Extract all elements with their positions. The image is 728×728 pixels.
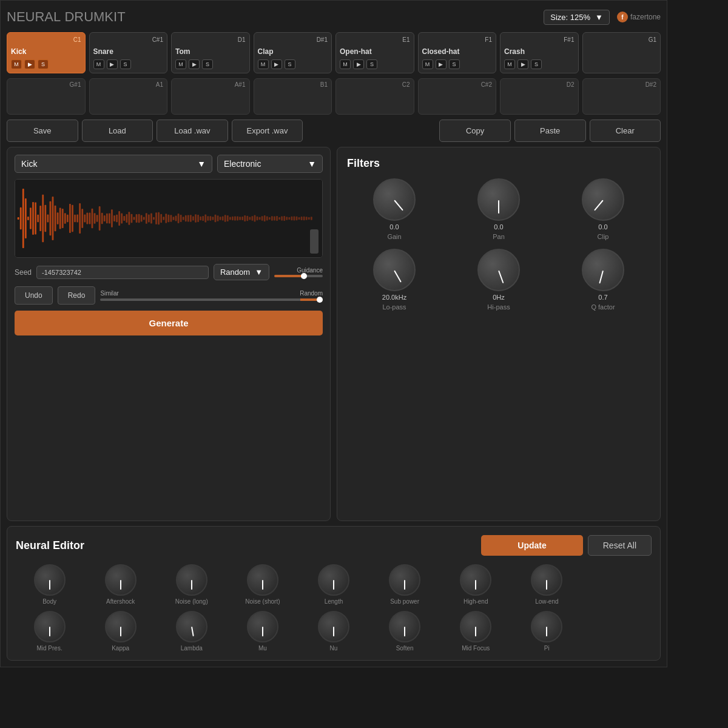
svg-rect-106 (276, 216, 278, 221)
pad-g1[interactable]: G1 (582, 32, 661, 73)
pad-mute-clap[interactable]: M (258, 59, 269, 69)
pad-c2[interactable]: C2 (335, 78, 414, 115)
clip-knob[interactable] (582, 178, 624, 221)
pad-snare[interactable]: C#1 Snare M ▶ S (89, 32, 168, 73)
pad-mute-snare[interactable]: M (93, 59, 104, 69)
pad-tom[interactable]: D1 Tom M ▶ S (171, 32, 250, 73)
pad-d2[interactable]: D2 (500, 78, 579, 115)
mode-dropdown[interactable]: Random ▼ (214, 264, 269, 280)
pad-note-cs2: C#2 (419, 79, 496, 88)
lambda-knob[interactable] (176, 611, 207, 642)
export-wav-button[interactable]: Export .wav (232, 120, 303, 142)
load-wav-button[interactable]: Load .wav (157, 120, 228, 142)
pad-clap[interactable]: D#1 Clap M ▶ S (254, 32, 332, 73)
update-button[interactable]: Update (481, 535, 582, 556)
copy-button[interactable]: Copy (439, 120, 511, 142)
app-title: NEURAL DRUMKIT (7, 9, 126, 25)
kappa-knob[interactable] (105, 611, 136, 642)
pad-play-closedhat[interactable]: ▶ (436, 59, 447, 69)
soften-knob[interactable] (389, 611, 420, 642)
pad-mute-tom[interactable]: M (175, 59, 186, 69)
pad-solo-snare[interactable]: S (120, 59, 131, 69)
pad-play-crash[interactable]: ▶ (517, 59, 528, 69)
pad-name-clap: Clap (258, 47, 328, 56)
load-button[interactable]: Load (82, 120, 153, 142)
high-end-knob[interactable] (460, 564, 491, 596)
svg-rect-86 (227, 215, 229, 221)
size-selector[interactable]: Size: 125% ▼ (544, 10, 610, 25)
pad-closedhat[interactable]: F1 Closed-hat M ▶ S (418, 32, 497, 73)
pad-solo-kick[interactable]: S (38, 59, 49, 69)
category-dropdown[interactable]: Electronic ▼ (217, 155, 323, 173)
gain-knob[interactable] (373, 178, 416, 221)
pad-crash[interactable]: F#1 Crash M ▶ S (500, 32, 579, 73)
clear-button[interactable]: Clear (590, 120, 661, 142)
noise-short-knob[interactable] (247, 564, 278, 596)
pad-openhat[interactable]: E1 Open-hat M ▶ S (335, 32, 414, 73)
hipass-knob[interactable] (477, 249, 520, 291)
left-panel: Kick ▼ Electronic ▼ Seed (7, 147, 331, 521)
pad-note-as1: A#1 (172, 79, 249, 88)
q-knob[interactable] (582, 249, 624, 291)
pad-b1[interactable]: B1 (254, 78, 332, 115)
pad-ds2[interactable]: D#2 (582, 78, 661, 115)
noise-long-knob[interactable] (176, 564, 207, 596)
knob-item-pi: Pi (513, 611, 581, 652)
body-knob[interactable] (34, 564, 66, 596)
pan-knob[interactable] (477, 178, 520, 221)
pad-mute-openhat[interactable]: M (340, 59, 351, 69)
pi-knob[interactable] (531, 611, 562, 642)
aftershock-knob[interactable] (105, 564, 136, 596)
clip-label: Clip (598, 233, 609, 240)
svg-rect-39 (111, 209, 113, 228)
pad-note-c2: C2 (336, 79, 414, 88)
svg-rect-91 (239, 217, 241, 220)
pad-solo-tom[interactable]: S (202, 59, 213, 69)
pad-kick[interactable]: C1 Kick M ▶ S (7, 32, 86, 73)
pad-row-2: G#1 A1 A#1 B1 C2 C#2 D2 D#2 (7, 78, 661, 115)
pad-solo-crash[interactable]: S (531, 59, 542, 69)
pad-gs1[interactable]: G#1 (7, 78, 86, 115)
pad-mute-crash[interactable]: M (504, 59, 515, 69)
pad-mute-closedhat[interactable]: M (422, 59, 433, 69)
sub-power-knob[interactable] (389, 564, 420, 596)
save-button[interactable]: Save (7, 120, 78, 142)
paste-button[interactable]: Paste (514, 120, 586, 142)
svg-rect-48 (133, 217, 135, 220)
neural-header-buttons: Update Reset All (481, 535, 652, 556)
generate-button[interactable]: Generate (15, 311, 323, 335)
mid-focus-knob[interactable] (460, 611, 491, 642)
pad-solo-openhat[interactable]: S (366, 59, 377, 69)
pad-a1[interactable]: A1 (89, 78, 168, 115)
waveform-scrollbar[interactable] (310, 229, 318, 254)
reset-all-button[interactable]: Reset All (588, 535, 652, 556)
gain-label: Gain (387, 233, 401, 240)
similar-random-slider[interactable] (100, 298, 323, 301)
pad-as1[interactable]: A#1 (171, 78, 250, 115)
app-container: NEURAL DRUMKIT Size: 125% ▼ f fazertone … (0, 0, 667, 667)
nu-knob[interactable] (318, 611, 349, 642)
low-end-knob[interactable] (531, 564, 562, 596)
svg-rect-74 (197, 215, 199, 222)
pad-cs2[interactable]: C#2 (418, 78, 497, 115)
length-knob[interactable] (318, 564, 349, 596)
pad-solo-closedhat[interactable]: S (449, 59, 460, 69)
pad-note-closedhat: F1 (422, 36, 493, 43)
lopass-knob[interactable] (373, 249, 416, 291)
mu-knob[interactable] (247, 611, 278, 642)
pad-play-clap[interactable]: ▶ (271, 59, 282, 69)
pad-play-tom[interactable]: ▶ (189, 59, 200, 69)
pad-play-openhat[interactable]: ▶ (353, 59, 364, 69)
svg-rect-8 (35, 203, 36, 235)
guidance-slider[interactable] (274, 275, 323, 277)
instrument-dropdown[interactable]: Kick ▼ (15, 155, 212, 173)
mid-pres-knob[interactable] (34, 611, 66, 642)
redo-button[interactable]: Redo (58, 286, 96, 305)
pad-solo-clap[interactable]: S (285, 59, 295, 69)
seed-input[interactable] (36, 266, 209, 279)
pad-play-snare[interactable]: ▶ (107, 59, 118, 69)
pad-mute-kick[interactable]: M (11, 59, 22, 69)
undo-button[interactable]: Undo (15, 286, 53, 305)
pad-play-kick[interactable]: ▶ (24, 59, 35, 69)
category-value: Electronic (224, 159, 261, 169)
